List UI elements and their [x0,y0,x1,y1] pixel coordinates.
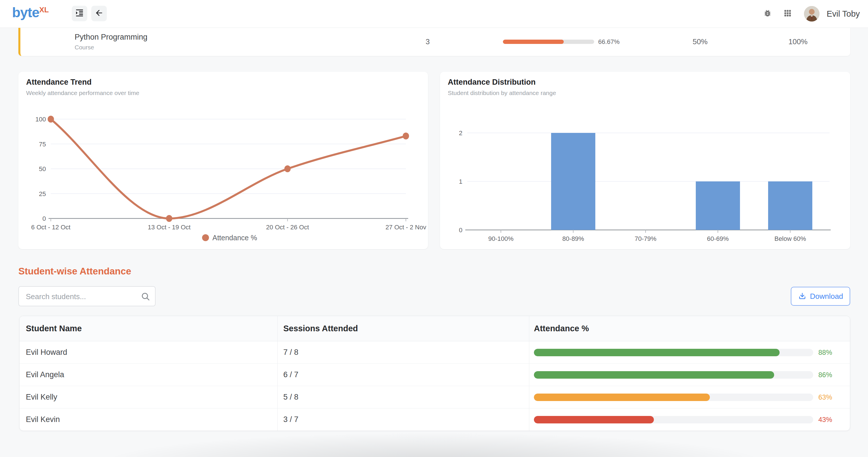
attendance-bar-track [534,394,813,401]
svg-text:6 Oct - 12 Oct: 6 Oct - 12 Oct [31,224,71,231]
svg-text:25: 25 [39,190,46,197]
table-row[interactable]: Evil Angela6 / 786% [20,364,850,386]
apps-menu-button[interactable] [782,9,793,19]
student-name-cell: Evil Angela [20,364,277,386]
svg-text:0: 0 [42,215,46,222]
col-attendance-percent: Attendance % [529,316,850,341]
course-value-100: 100% [769,28,827,56]
debug-button[interactable] [763,9,773,19]
bytexl-logo[interactable]: byteXL [12,5,49,20]
search-input[interactable] [19,287,141,306]
avatar[interactable] [804,6,819,22]
attendance-percent-cell: 88% [529,341,850,363]
course-sessions-count: 3 [399,28,456,56]
attendance-distribution-card: Attendance Distribution Student distribu… [440,72,850,249]
top-bar: byteXL [0,0,868,28]
sessions-attended-cell: 7 / 8 [277,341,529,363]
search-box [19,286,156,306]
course-subtitle: Course [74,44,148,51]
attendance-bar-track [534,371,813,378]
student-name-cell: Evil Howard [20,341,277,363]
svg-text:2: 2 [459,129,462,136]
table-row[interactable]: Evil Howard7 / 888% [20,341,850,364]
sessions-attended-cell: 5 / 8 [277,386,529,408]
svg-text:Attendance %: Attendance % [212,234,257,242]
logo-sup: XL [39,5,49,14]
attendance-percent-label: 63% [818,393,837,401]
course-title: Python Programming [74,33,148,42]
download-icon [798,292,807,301]
attendance-dashboard: byteXL [0,0,868,457]
svg-text:60-69%: 60-69% [707,235,729,242]
table-row[interactable]: Evil Kelly5 / 863% [20,386,850,408]
attendance-bar-fill [534,349,780,356]
attendance-percent-label: 43% [818,416,837,424]
svg-text:90-100%: 90-100% [488,235,514,242]
attendance-percent-label: 86% [818,371,837,379]
svg-text:Below 60%: Below 60% [774,235,806,242]
user-name: Evil Toby [827,0,860,28]
download-label: Download [810,292,843,301]
student-attendance-table: Student Name Sessions Attended Attendanc… [19,316,850,431]
svg-text:80-89%: 80-89% [562,235,584,242]
back-arrow-icon [94,8,104,19]
attendance-bar-fill [534,394,710,401]
section-title: Student-wise Attendance [19,266,131,277]
course-row[interactable]: Python Programming Course 3 66.67% 50% 1… [19,28,850,56]
course-progress-fill [503,40,564,44]
student-name-cell: Evil Kelly [20,386,277,408]
table-row[interactable]: Evil Kevin3 / 743% [20,408,850,431]
course-progress-track [503,40,594,44]
attendance-bar-fill [534,371,774,378]
sidebar-toggle-button[interactable] [72,6,87,21]
indent-menu-icon [75,8,84,19]
col-sessions-attended: Sessions Attended [277,316,529,341]
attendance-percent-cell: 63% [529,386,850,408]
attendance-bar-fill [534,416,654,423]
attendance-bar-track [534,349,813,356]
svg-text:100: 100 [35,116,46,123]
table-header: Student Name Sessions Attended Attendanc… [20,316,850,341]
download-button[interactable]: Download [791,287,850,306]
svg-text:1: 1 [459,178,462,185]
sessions-attended-cell: 6 / 7 [277,364,529,386]
distribution-bar-chart: 01290-100%80-89%70-79%60-69%Below 60% [440,72,850,249]
search-icon[interactable] [141,292,150,303]
bottom-shadow [0,431,868,457]
svg-text:75: 75 [39,141,46,148]
back-button[interactable] [91,6,107,21]
svg-text:50: 50 [39,165,46,173]
attendance-bar-track [534,416,813,423]
sessions-attended-cell: 3 / 7 [277,408,529,431]
trend-line-chart: 02550751006 Oct - 12 Oct13 Oct - 19 Oct2… [19,72,428,249]
logo-text: byte [12,5,39,20]
student-name-cell: Evil Kevin [20,408,277,431]
course-meta: Python Programming Course [74,28,148,56]
svg-text:13 Oct - 19 Oct: 13 Oct - 19 Oct [148,224,191,231]
svg-text:20 Oct - 26 Oct: 20 Oct - 26 Oct [266,224,309,231]
apps-grid-icon [783,9,792,19]
attendance-percent-cell: 86% [529,364,850,386]
col-student-name: Student Name [20,316,277,341]
attendance-trend-card: Attendance Trend Weekly attendance perfo… [19,72,428,249]
course-value-50: 50% [671,28,729,56]
bug-icon [763,9,772,19]
attendance-percent-label: 88% [818,348,837,357]
svg-text:70-79%: 70-79% [634,235,656,242]
svg-text:0: 0 [459,226,462,234]
attendance-percent-cell: 43% [529,408,850,431]
table-body: Evil Howard7 / 888%Evil Angela6 / 786%Ev… [20,341,850,431]
course-progress-label: 66.67% [598,28,620,56]
svg-text:27 Oct - 2 Nov: 27 Oct - 2 Nov [385,224,426,231]
